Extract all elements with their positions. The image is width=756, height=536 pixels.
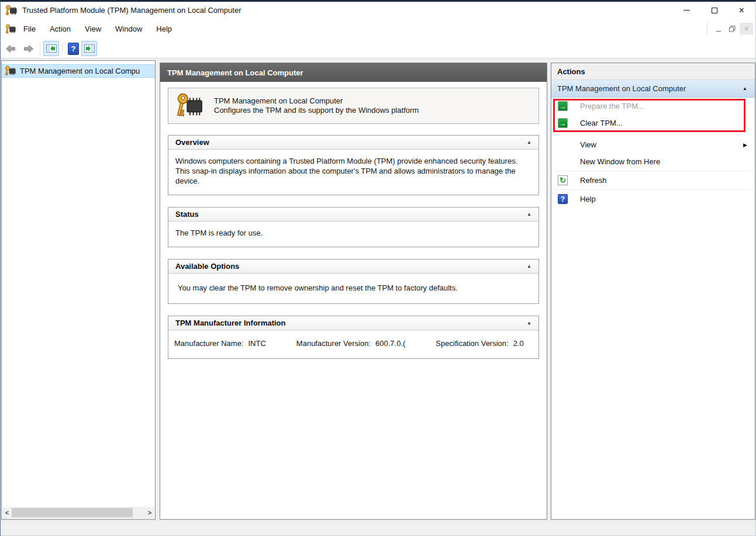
- minimize-button[interactable]: [673, 2, 700, 19]
- maximize-icon: [712, 8, 717, 13]
- menu-action[interactable]: Action: [43, 22, 77, 36]
- field-label: Manufacturer Version:: [296, 339, 371, 348]
- center-panel-title: TPM Management on Local Computer: [167, 68, 303, 77]
- banner-subtitle: Configures the TPM and its support by th…: [214, 106, 419, 115]
- collapse-button[interactable]: ▲: [738, 86, 747, 91]
- action-pane-icon: [84, 44, 95, 53]
- forward-arrow-icon: [24, 45, 33, 53]
- window-title: Trusted Platform Module (TPM) Management…: [22, 6, 241, 15]
- menu-file[interactable]: File: [17, 22, 42, 36]
- section-status: Status ▲ The TPM is ready for use.: [168, 207, 539, 247]
- mdi-close-icon: ×: [744, 24, 748, 33]
- tree-node-tpm-management[interactable]: TPM Management on Local Compu: [2, 64, 155, 78]
- console-tree-pane-icon: [46, 44, 57, 53]
- app-window: Trusted Platform Module (TPM) Management…: [0, 0, 756, 536]
- section-title: Available Options: [175, 262, 239, 271]
- action-view[interactable]: View ▶: [551, 136, 755, 153]
- mdi-close-button[interactable]: ×: [740, 23, 753, 34]
- banner-title: TPM Management on Local Computer: [214, 96, 419, 106]
- action-prepare-tpm[interactable]: → Prepare the TPM...: [551, 98, 755, 115]
- action-refresh[interactable]: ↻ Refresh: [551, 172, 755, 189]
- collapse-button[interactable]: ▲: [522, 320, 531, 326]
- actions-separator: [554, 171, 752, 171]
- collapse-button[interactable]: ▲: [522, 212, 531, 217]
- help-icon: ?: [558, 194, 568, 204]
- action-label: Clear TPM...: [580, 119, 623, 127]
- section-status-body: The TPM is ready for use.: [168, 222, 538, 247]
- tree-node-label: TPM Management on Local Compu: [20, 67, 140, 75]
- section-available-options: Available Options ▲ You may clear the TP…: [168, 259, 539, 304]
- manufacturer-name-field: Manufacturer Name:INTC: [174, 339, 266, 348]
- tpm-banner-icon: [176, 91, 203, 120]
- status-bar: [1, 520, 755, 535]
- section-manufacturer-info-header[interactable]: TPM Manufacturer Information ▲: [168, 316, 538, 330]
- mdi-window-controls: ×: [707, 22, 753, 35]
- scrollbar-thumb[interactable]: [12, 508, 133, 517]
- tpm-snapin-icon: [5, 24, 16, 34]
- section-manufacturer-info: TPM Manufacturer Information ▲ Manufactu…: [168, 316, 539, 359]
- snapin-banner: TPM Management on Local Computer Configu…: [168, 88, 539, 124]
- menu-bar: File Action View Window Help ×: [1, 19, 755, 39]
- action-label: Refresh: [580, 176, 607, 185]
- refresh-icon: ↻: [558, 175, 568, 185]
- center-panel: TPM Management on Local Computer TPM Man…: [160, 63, 547, 520]
- menu-help[interactable]: Help: [150, 22, 178, 36]
- specification-version-field: Specification Version:2.0: [436, 339, 523, 348]
- action-label: Prepare the TPM...: [580, 102, 644, 110]
- maximize-button[interactable]: [700, 2, 728, 19]
- manufacturer-fields: Manufacturer Name:INTC Manufacturer Vers…: [168, 330, 538, 358]
- section-available-options-body: You may clear the TPM to remove ownershi…: [168, 274, 538, 303]
- menu-view[interactable]: View: [78, 22, 108, 36]
- menu-window[interactable]: Window: [109, 22, 149, 36]
- console-tree-panel: TPM Management on Local Compu < >: [1, 60, 156, 520]
- back-button[interactable]: [2, 41, 19, 56]
- collapse-button[interactable]: ▲: [522, 140, 531, 145]
- minimize-icon: [683, 10, 690, 11]
- section-overview-header[interactable]: Overview ▲: [168, 136, 538, 150]
- show-action-pane-button[interactable]: [81, 41, 97, 56]
- actions-panel: Actions TPM Management on Local Computer…: [551, 63, 755, 520]
- action-clear-tpm[interactable]: → Clear TPM...: [551, 115, 755, 132]
- green-arrow-icon: →: [558, 101, 568, 111]
- actions-group-title: TPM Management on Local Computer: [557, 84, 686, 93]
- action-help[interactable]: ? Help: [551, 191, 755, 208]
- back-arrow-icon: [6, 45, 15, 53]
- tpm-app-icon: [5, 5, 17, 16]
- center-panel-header: TPM Management on Local Computer: [160, 63, 547, 82]
- field-label: Manufacturer Name:: [174, 339, 244, 348]
- action-label: New Window from Here: [580, 157, 660, 166]
- tpm-node-icon: [5, 65, 16, 77]
- section-status-header[interactable]: Status ▲: [168, 208, 538, 222]
- submenu-arrow-icon: ▶: [743, 142, 747, 148]
- field-value: INTC: [248, 339, 266, 348]
- action-new-window[interactable]: New Window from Here: [551, 153, 755, 170]
- mdi-restore-button[interactable]: [726, 23, 739, 34]
- green-arrow-icon: →: [558, 118, 568, 128]
- mdi-restore-icon: [729, 26, 736, 32]
- field-value: 2.0: [513, 339, 524, 348]
- window-controls: ×: [673, 2, 755, 19]
- forward-button[interactable]: [20, 41, 37, 56]
- section-overview-body: Windows computers containing a Trusted P…: [168, 150, 538, 195]
- field-label: Specification Version:: [436, 339, 508, 348]
- actions-group-header[interactable]: TPM Management on Local Computer ▲: [551, 80, 755, 98]
- scroll-right-arrow[interactable]: >: [145, 509, 154, 516]
- scroll-left-arrow[interactable]: <: [2, 509, 12, 516]
- action-label: Help: [580, 195, 596, 203]
- toolbar-help-button[interactable]: ?: [65, 41, 81, 56]
- field-value: 600.7.0.(: [375, 339, 405, 348]
- action-label: View: [580, 140, 596, 149]
- show-console-tree-button[interactable]: [43, 41, 59, 56]
- banner-text: TPM Management on Local Computer Configu…: [214, 96, 419, 115]
- section-title: Overview: [175, 138, 209, 147]
- actions-panel-title: Actions: [551, 63, 755, 80]
- section-title: Status: [175, 210, 199, 219]
- collapse-button[interactable]: ▲: [522, 264, 531, 269]
- horizontal-scrollbar[interactable]: < >: [2, 507, 154, 518]
- title-bar: Trusted Platform Module (TPM) Management…: [1, 2, 755, 19]
- toolbar-separator: [40, 42, 40, 55]
- mdi-minimize-button[interactable]: [712, 23, 725, 34]
- center-panel-body: TPM Management on Local Computer Configu…: [160, 82, 547, 519]
- section-available-options-header[interactable]: Available Options ▲: [168, 260, 538, 274]
- close-button[interactable]: ×: [728, 2, 755, 19]
